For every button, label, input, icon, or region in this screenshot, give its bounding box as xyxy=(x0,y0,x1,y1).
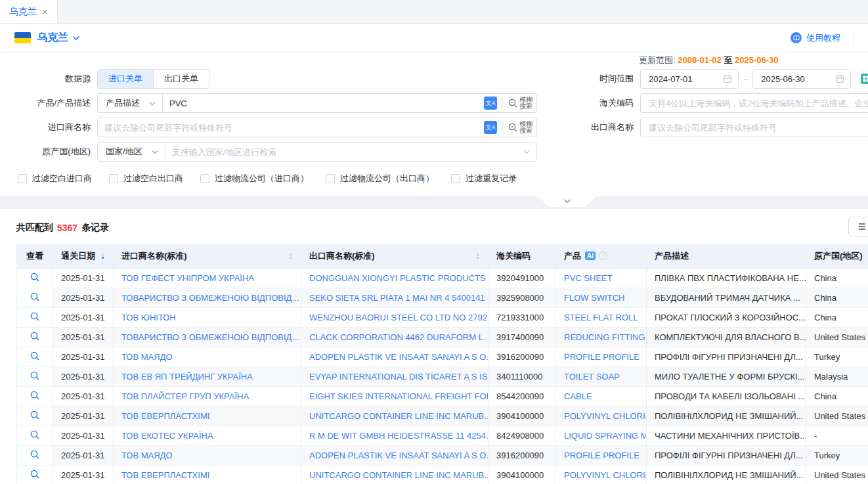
input-divider xyxy=(502,97,503,109)
results-toolbar-button[interactable] xyxy=(848,217,868,236)
exporter-link[interactable]: UNITCARGO CONTAINER LINE INC MARUB... xyxy=(301,406,488,426)
view-detail-icon[interactable] xyxy=(30,429,40,440)
importer-link[interactable]: ТОВАРИСТВО З ОБМЕЖЕНОЮ ВІДПОВІД... xyxy=(114,327,301,347)
col-date[interactable]: 通关日期▲▼ xyxy=(53,244,114,268)
importer-link[interactable]: ТОВ ЕВ ЯП ТРЕЙДИНГ УКРАЇНА xyxy=(114,366,301,386)
description-cell: ПРОВОДИ ТА КАБЕЛІ ІЗОЛЬОВАНІ ... xyxy=(647,386,806,406)
datasource-import-tab[interactable]: 进口关单 xyxy=(98,70,153,88)
view-detail-icon[interactable] xyxy=(30,390,40,401)
exporter-input[interactable] xyxy=(641,118,868,137)
chevron-down-icon[interactable] xyxy=(523,150,530,154)
view-detail-icon[interactable] xyxy=(30,351,40,361)
product-link[interactable]: PVC SHEET xyxy=(556,268,647,288)
importer-link[interactable]: ТОВ ЮНІТОН xyxy=(114,307,301,327)
col-exporter[interactable]: 出口商名称(标准)▲▼ xyxy=(301,244,488,268)
view-detail-icon[interactable] xyxy=(30,311,40,322)
product-input[interactable] xyxy=(163,94,484,112)
table-row: 2025-01-31 ТОВ ЮНІТОН WENZHOU BAORUI STE… xyxy=(17,307,868,327)
exporter-link[interactable]: UNITCARGO CONTAINER LINE INC MARUB... xyxy=(301,465,488,484)
exporter-link[interactable]: ADOPEN PLASTIK VE INSAAT SANAYI A S O... xyxy=(301,347,488,366)
exporter-link[interactable]: EVYAP INTERNATIONAL DIS TICARET A S IS..… xyxy=(301,366,488,386)
translate-icon[interactable]: 文A xyxy=(484,97,497,110)
hs-code-cell: 3916200090 xyxy=(488,347,556,366)
importer-link[interactable]: ТОВ ЕВЕРПЛАСТХІМІ xyxy=(114,465,301,484)
importer-link[interactable]: ТОВ ГЕФЕСТ УНІПРОМ УКРАЇНА xyxy=(114,268,301,288)
chevron-down-icon[interactable] xyxy=(72,35,80,41)
checkbox-icon[interactable] xyxy=(200,174,209,183)
datasource-export-tab[interactable]: 出口关单 xyxy=(153,70,209,88)
view-detail-icon[interactable] xyxy=(30,292,40,302)
tutorial-link[interactable]: 使用教程 xyxy=(806,32,840,44)
chevron-down-icon xyxy=(563,199,571,204)
importer-link[interactable]: ТОВ МАЯДО xyxy=(114,347,301,366)
origin-label: 原产国(地区) xyxy=(0,146,97,158)
exporter-link[interactable]: CLACK CORPORATION 4462 DURAFORM L... xyxy=(301,327,488,347)
country-selector[interactable]: 乌克兰 xyxy=(37,31,68,45)
exporter-link[interactable]: DONGGUAN XIONGYI PLASTIC PRODUCTS ... xyxy=(301,268,488,288)
product-field-select[interactable]: 产品描述 xyxy=(98,94,163,112)
description-cell: КОМПЛЕКТУЮЧІ ДЛЯ ВЛАСНОГО В... xyxy=(647,327,806,347)
fuzzy-search-button[interactable]: 模糊搜索 xyxy=(508,97,536,110)
checkbox-label: 过滤空白出口商 xyxy=(123,173,183,185)
checkbox-icon[interactable] xyxy=(109,174,118,183)
table-row: 2025-01-31 ТОВ ПЛАЙСТЕР ГРУП УКРАЇНА EIG… xyxy=(17,386,868,406)
start-date-input[interactable]: 2024-07-01 xyxy=(640,69,739,89)
importer-link[interactable]: ТОВ МАЯДО xyxy=(114,445,301,465)
results-count: 5367 xyxy=(57,223,77,233)
importer-link[interactable]: ТОВ ПЛАЙСТЕР ГРУП УКРАЇНА xyxy=(114,386,301,406)
magnifier-icon xyxy=(508,122,518,133)
quick-select-button[interactable]: 快捷 xyxy=(861,73,868,85)
date-cell: 2025-01-31 xyxy=(53,386,114,406)
checkbox-logistics-exporter[interactable]: 过滤物流公司（出口商） xyxy=(326,173,434,185)
product-link[interactable]: TOILET SOAP xyxy=(556,366,647,386)
product-link[interactable]: STEEL FLAT ROLL xyxy=(556,307,647,327)
checkbox-logistics-importer[interactable]: 过滤物流公司（进口商） xyxy=(200,173,309,185)
fuzzy-search-button[interactable]: 模糊搜索 xyxy=(508,121,536,134)
product-link[interactable]: FLOW SWITCH xyxy=(556,288,647,307)
date-cell: 2025-01-31 xyxy=(53,406,114,426)
tab-ukraine[interactable]: 乌克兰 × xyxy=(0,0,58,23)
checkbox-duplicate-records[interactable]: 过滤重复记录 xyxy=(451,173,517,185)
product-link[interactable]: PROFILE PROFILE xyxy=(556,445,647,465)
checkbox-icon[interactable] xyxy=(326,174,335,183)
exporter-link[interactable]: ADOPEN PLASTIK VE INSAAT SANAYI A S O... xyxy=(301,445,488,465)
importer-link[interactable]: ТОВ ЕВЕРПЛАСТХІМІ xyxy=(114,406,301,426)
view-detail-icon[interactable] xyxy=(30,370,40,381)
view-detail-icon[interactable] xyxy=(30,469,40,479)
product-link[interactable]: CABLE xyxy=(556,386,647,406)
end-date-input[interactable]: 2025-06-30 xyxy=(752,69,851,89)
importer-link[interactable]: ТОВАРИСТВО З ОБМЕЖЕНОЮ ВІДПОВІД... xyxy=(114,288,301,307)
origin-cell: - xyxy=(806,426,868,445)
checkbox-icon[interactable] xyxy=(451,174,460,183)
product-link[interactable]: POLYVINYL CHLORIDE xyxy=(556,465,647,484)
exporter-link[interactable]: R M DE WIT GMBH HEIDESTRASSE 11 4254... xyxy=(301,426,488,445)
origin-field-select[interactable]: 国家/地区 xyxy=(98,143,165,161)
view-detail-icon[interactable] xyxy=(30,410,40,420)
product-link[interactable]: LIQUID SPRAYING ME... xyxy=(556,426,647,445)
exporter-link[interactable]: WENZHOU BAORUI STEEL CO LTD NO 2792... xyxy=(301,307,488,327)
view-detail-icon[interactable] xyxy=(30,331,40,341)
col-importer[interactable]: 进口商名称(标准)▲▼ xyxy=(114,244,301,268)
tab-close-icon[interactable]: × xyxy=(42,6,48,17)
importer-input[interactable] xyxy=(98,118,484,137)
product-link[interactable]: PROFILE PROFILE xyxy=(556,347,647,366)
hs-code-input[interactable] xyxy=(641,94,868,112)
origin-input[interactable] xyxy=(165,143,523,161)
description-cell: ПОЛІВІНІЛХЛОРИД НЕ ЗМІШАНИЙ... xyxy=(647,406,806,426)
hs-code-label: 海关编码 xyxy=(537,97,640,109)
checkbox-blank-importer[interactable]: 过滤空白进口商 xyxy=(18,173,92,185)
hs-code-input-wrap xyxy=(640,93,868,113)
exporter-link[interactable]: SEKO SIETA SRL PIATA 1 MAI NR 4 5400141 … xyxy=(301,288,488,307)
magnifier-icon xyxy=(508,98,518,108)
product-link[interactable]: REDUCING FITTING xyxy=(556,327,647,347)
collapse-filter-button[interactable] xyxy=(537,196,597,207)
checkbox-blank-exporter[interactable]: 过滤空白出口商 xyxy=(109,173,183,185)
checkbox-icon[interactable] xyxy=(18,174,27,183)
view-detail-icon[interactable] xyxy=(30,449,40,460)
view-detail-icon[interactable] xyxy=(30,272,40,282)
translate-icon[interactable]: 文A xyxy=(484,121,497,134)
exporter-link[interactable]: EIGHT SKIES INTERNATIONAL FREIGHT FOR... xyxy=(301,386,488,406)
info-icon[interactable]: i xyxy=(599,252,607,260)
product-link[interactable]: POLYVINYL CHLORIDE xyxy=(556,406,647,426)
importer-link[interactable]: ТОВ ЕКОТЕС УКРАЇНА xyxy=(114,426,301,445)
